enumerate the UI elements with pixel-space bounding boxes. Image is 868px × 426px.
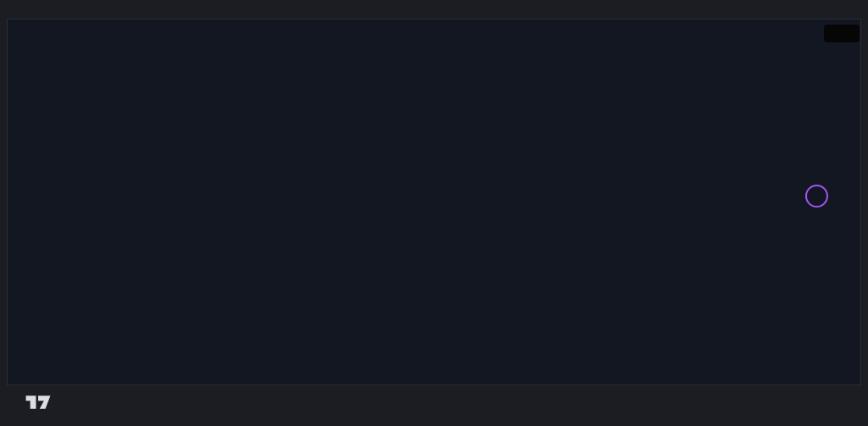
screen: { "attribution": "sarayucyzie created wi… [0, 0, 868, 426]
tradingview-logo-icon [24, 390, 53, 414]
flash-action-button[interactable] [805, 185, 828, 207]
chart-widget[interactable] [7, 19, 861, 385]
cmf-legend[interactable] [26, 290, 32, 302]
symbol-legend[interactable] [26, 25, 67, 37]
tradingview-logo[interactable] [24, 390, 60, 414]
chart-plot-area[interactable] [8, 19, 860, 385]
currency-toggle-button[interactable] [824, 25, 860, 42]
macd-legend[interactable] [26, 209, 50, 221]
